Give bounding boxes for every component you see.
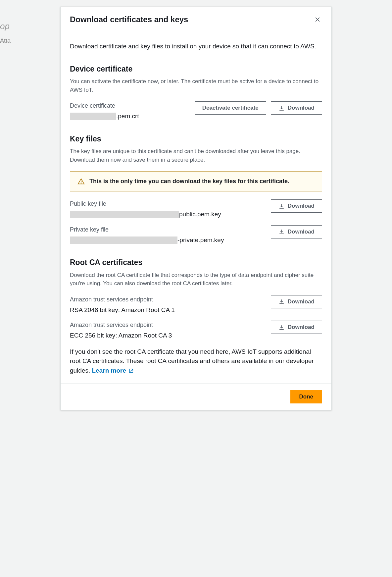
key-files-desc: The key files are unique to this certifi… — [70, 147, 322, 164]
redacted-public-key-id — [70, 211, 179, 218]
root-ca-footer-text: If you don't see the root CA certificate… — [70, 347, 322, 376]
download-root-ca-ecc-label: Download — [288, 324, 315, 331]
modal-title: Download certificates and keys — [70, 14, 188, 26]
root-ca-row-ecc: Amazon trust services endpoint ECC 256 b… — [70, 321, 322, 341]
key-files-section: Key files The key files are unique to th… — [70, 133, 322, 245]
download-icon — [278, 324, 285, 331]
root-ca-desc: Download the root CA certificate file th… — [70, 271, 322, 288]
done-button[interactable]: Done — [290, 390, 322, 403]
download-root-ca-ecc-button[interactable]: Download — [271, 321, 322, 334]
download-certificate-button[interactable]: Download — [271, 101, 322, 115]
close-icon — [314, 16, 321, 23]
download-icon — [278, 298, 285, 305]
download-private-key-label: Download — [288, 229, 315, 235]
root-ca-rsa-value: RSA 2048 bit key: Amazon Root CA 1 — [70, 305, 266, 315]
modal-intro-text: Download certificate and key files to in… — [70, 42, 322, 51]
device-certificate-label: Device certificate — [70, 101, 189, 110]
device-certificate-filename: .pem.crt — [70, 112, 189, 121]
download-certificate-label: Download — [288, 105, 315, 111]
public-key-ext: public.pem.key — [179, 210, 221, 219]
close-button[interactable] — [313, 15, 322, 24]
root-ca-section: Root CA certificates Download the root C… — [70, 257, 322, 375]
device-certificate-heading: Device certificate — [70, 63, 322, 75]
public-key-row: Public key file public.pem.key Download — [70, 199, 322, 219]
private-key-ext: -private.pem.key — [177, 236, 224, 245]
external-link-icon — [128, 368, 134, 374]
download-icon — [278, 229, 285, 235]
page-behind-subtitle: Atta — [0, 36, 11, 45]
learn-more-label: Learn more — [92, 366, 126, 376]
device-certificate-section: Device certificate You can activate the … — [70, 63, 322, 121]
root-ca-rsa-label: Amazon trust services endpoint — [70, 295, 266, 304]
download-root-ca-rsa-label: Download — [288, 298, 315, 305]
private-key-row: Private key file -private.pem.key Downlo… — [70, 225, 322, 245]
deactivate-certificate-label: Deactivate certificate — [202, 105, 259, 111]
root-ca-row-rsa: Amazon trust services endpoint RSA 2048 … — [70, 295, 322, 315]
device-certificate-row: Device certificate .pem.crt Deactivate c… — [70, 101, 322, 121]
download-public-key-label: Download — [288, 203, 315, 209]
learn-more-link[interactable]: Learn more — [92, 366, 134, 376]
download-public-key-button[interactable]: Download — [271, 199, 322, 213]
root-ca-heading: Root CA certificates — [70, 257, 322, 268]
device-certificate-desc: You can activate the certificate now, or… — [70, 77, 322, 94]
download-icon — [278, 203, 285, 209]
download-root-ca-rsa-button[interactable]: Download — [271, 295, 322, 308]
download-certificates-modal: Download certificates and keys Download … — [60, 7, 332, 410]
private-key-label: Private key file — [70, 225, 266, 234]
key-files-warning-alert: This is the only time you can download t… — [70, 171, 322, 191]
modal-header: Download certificates and keys — [61, 7, 331, 33]
public-key-filename: public.pem.key — [70, 210, 266, 219]
download-icon — [278, 105, 285, 111]
key-files-warning-text: This is the only time you can download t… — [89, 177, 289, 186]
public-key-label: Public key file — [70, 199, 266, 208]
private-key-filename: -private.pem.key — [70, 236, 266, 245]
redacted-private-key-id — [70, 236, 177, 244]
svg-point-3 — [81, 183, 81, 183]
deactivate-certificate-button[interactable]: Deactivate certificate — [195, 101, 266, 115]
root-ca-ecc-value: ECC 256 bit key: Amazon Root CA 3 — [70, 331, 266, 341]
modal-footer: Done — [61, 383, 331, 410]
warning-icon — [77, 178, 85, 185]
download-private-key-button[interactable]: Download — [271, 225, 322, 238]
redacted-cert-id — [70, 113, 116, 120]
key-files-heading: Key files — [70, 133, 322, 145]
done-button-label: Done — [299, 393, 314, 400]
page-behind-title: op — [0, 20, 10, 33]
device-certificate-ext: .pem.crt — [116, 112, 139, 121]
modal-body: Download certificate and key files to in… — [61, 33, 331, 383]
root-ca-ecc-label: Amazon trust services endpoint — [70, 321, 266, 330]
